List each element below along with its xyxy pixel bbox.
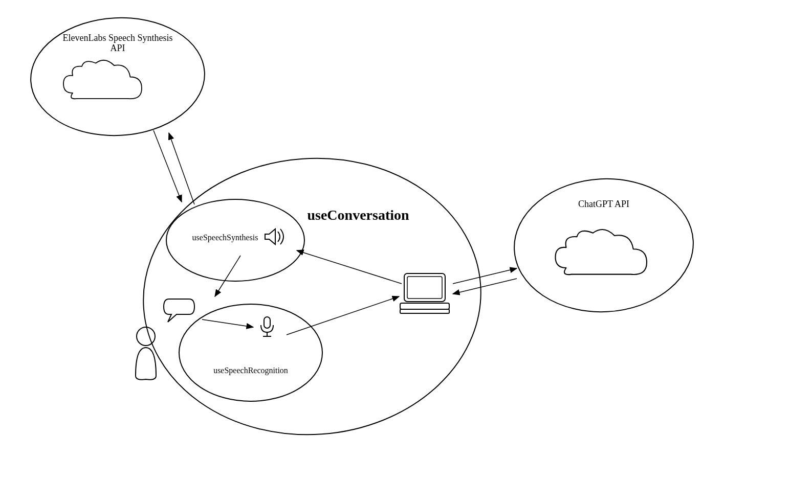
svg-point-12 (511, 174, 696, 316)
cloud-icon (556, 230, 647, 274)
use-speech-synthesis-node: useSpeechSynthesis (166, 199, 304, 281)
svg-rect-7 (404, 273, 445, 302)
elevenlabs-title-2: API (110, 43, 125, 53)
use-speech-recognition-title: useSpeechRecognition (213, 366, 288, 375)
speaker-icon (265, 229, 283, 244)
microphone-icon (261, 317, 273, 336)
svg-rect-4 (264, 317, 270, 328)
use-conversation-title: useConversation (307, 207, 409, 223)
chatgpt-node: ChatGPT API (511, 174, 696, 316)
arrow-chatgpt-to-computer (453, 279, 517, 294)
arrow-user-to-recognition (202, 319, 253, 327)
use-conversation-node: useConversation (134, 147, 490, 446)
arrow-computer-to-chatgpt (453, 268, 517, 284)
use-speech-recognition-node: useSpeechRecognition (179, 304, 322, 401)
person-icon (136, 327, 156, 380)
chatgpt-title: ChatGPT API (578, 199, 629, 209)
speech-bubble-icon (164, 299, 194, 322)
use-speech-synthesis-title: useSpeechSynthesis (192, 233, 258, 242)
svg-rect-8 (407, 277, 442, 299)
arrow-synthesis-to-user (215, 256, 240, 296)
elevenlabs-node: ElevenLabs Speech Synthesis API (28, 13, 208, 140)
computer-icon (400, 273, 449, 313)
elevenlabs-title-1: ElevenLabs Speech Synthesis (63, 33, 173, 43)
svg-rect-10 (400, 309, 449, 313)
arrow-computer-to-synthesis (297, 250, 402, 284)
cloud-icon (63, 60, 142, 99)
arrow-elevenlabs-to-synthesis (153, 130, 182, 202)
architecture-diagram: ElevenLabs Speech Synthesis API useConve… (0, 0, 812, 504)
arrow-synthesis-to-elevenlabs (169, 133, 194, 204)
svg-point-3 (179, 304, 322, 401)
svg-point-1 (134, 147, 490, 446)
arrow-recognition-to-computer (287, 296, 399, 335)
svg-rect-9 (400, 303, 449, 309)
svg-point-11 (137, 327, 155, 346)
